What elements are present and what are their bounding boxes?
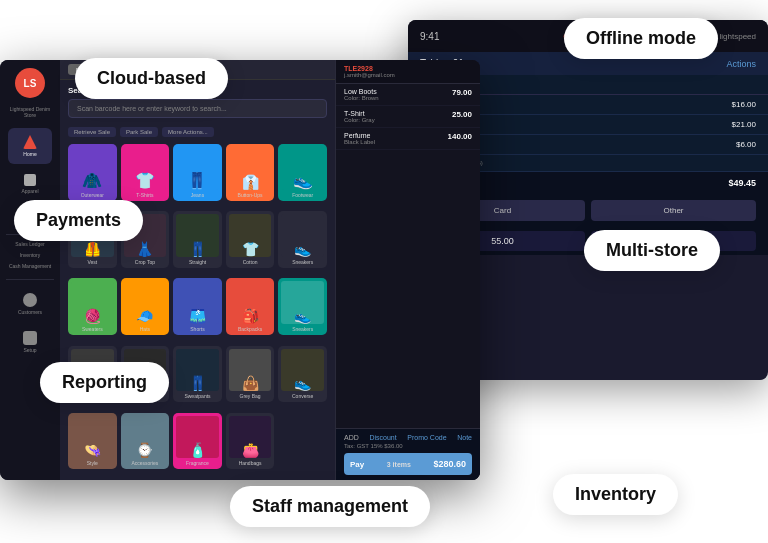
cart-item-tshirt: T-Shirt Color: Gray 25.00 — [336, 106, 480, 128]
product-sneakers-2[interactable]: 👟 Sneakers — [278, 278, 327, 335]
home-label: Home — [23, 151, 36, 157]
actions-link[interactable]: Actions — [726, 59, 756, 69]
item-detail-boots: Color: Brown — [344, 95, 379, 101]
product-name: Outerwear — [81, 192, 104, 198]
product-sweaters[interactable]: 🧶 Sweaters — [68, 278, 117, 335]
grid-icon — [24, 174, 36, 186]
payments-label: Payments — [14, 200, 143, 241]
item-price-perfume: 140.00 — [448, 132, 472, 145]
item-price-tshirt: 25.00 — [452, 110, 472, 123]
product-name: Handbags — [239, 460, 262, 466]
store-name: Lightspeed Denim Store — [0, 106, 60, 118]
time-display: 9:41 — [420, 31, 439, 42]
pay-items-count: 3 items — [387, 461, 411, 468]
item-detail-tshirt: Color: Gray — [344, 117, 375, 123]
product-name: Style — [87, 460, 98, 466]
product-name: Sneakers — [292, 326, 313, 332]
product-name: Button-Ups — [238, 192, 263, 198]
inventory-label: Inventory — [553, 474, 678, 515]
pay-button[interactable]: Pay 3 items $280.60 — [344, 453, 472, 475]
tax-amount: $36.00 — [384, 443, 402, 449]
product-converse[interactable]: 👟 Converse — [278, 346, 327, 403]
sidebar: LS Lightspeed Denim Store Home Apparel S… — [0, 60, 60, 480]
product-content: menu ▼ Mains Search for Products Scan ba… — [60, 60, 335, 480]
cart-item-boots: Low Boots Color: Brown 79.00 — [336, 84, 480, 106]
tax-label: Tax: GST 15% — [344, 443, 383, 449]
sidebar-item-home[interactable]: Home — [8, 128, 52, 164]
promo-code-btn[interactable]: Promo Code — [407, 434, 446, 441]
product-outerwear[interactable]: 🧥 Outerwear — [68, 144, 117, 201]
product-tshirts[interactable]: 👕 T-Shirts — [121, 144, 170, 201]
product-name: Cotton — [243, 259, 258, 265]
product-name: Sweatpants — [184, 393, 210, 399]
product-name: Accessories — [131, 460, 158, 466]
item-name-perfume: Perfume — [344, 132, 375, 139]
setup-label: Setup — [23, 347, 36, 353]
more-actions-btn[interactable]: More Actions... — [162, 127, 214, 137]
cart-header: TLE2928 j.smith@gmail.com — [336, 60, 480, 84]
reporting-label: Reporting — [40, 362, 169, 403]
total-amount: $49.45 — [728, 178, 756, 188]
sidebar-item-apparel[interactable]: Apparel — [8, 166, 52, 202]
product-accessories[interactable]: ⌚ Accessories — [121, 413, 170, 470]
other-button[interactable]: Other — [591, 200, 756, 221]
sidebar-logo: LS — [15, 68, 45, 98]
item-detail-perfume: Black Label — [344, 139, 375, 145]
add-row: ADD Discount Promo Code Note — [344, 434, 472, 441]
cart-customer-email: j.smith@gmail.com — [344, 72, 472, 78]
multi-store-label: Multi-store — [584, 230, 720, 271]
item-name-boots: Low Boots — [344, 88, 379, 95]
product-name: Fragrance — [186, 460, 209, 466]
product-buttonups[interactable]: 👔 Button-Ups — [226, 144, 275, 201]
product-name: Sweaters — [82, 326, 103, 332]
product-backpacks[interactable]: 🎒 Backpacks — [226, 278, 275, 335]
pay-total: $280.60 — [433, 459, 466, 469]
park-sale-btn[interactable]: Park Sale — [120, 127, 158, 137]
product-name: Straight — [189, 259, 206, 265]
item-price-boots: 79.00 — [452, 88, 472, 101]
search-input[interactable]: Scan barcode here or enter keyword to se… — [68, 99, 327, 118]
item-price: $21.00 — [732, 120, 756, 129]
product-handbags[interactable]: 👛 Handbags — [226, 413, 275, 470]
product-straight[interactable]: 👖 Straight — [173, 211, 222, 268]
retrieve-sale-btn[interactable]: Retrieve Sale — [68, 127, 116, 137]
product-name: Converse — [292, 393, 313, 399]
product-name: Vest — [87, 259, 97, 265]
product-jeans[interactable]: 👖 Jeans — [173, 144, 222, 201]
product-shorts[interactable]: 🩳 Shorts — [173, 278, 222, 335]
note-btn[interactable]: Note — [457, 434, 472, 441]
product-greybag[interactable]: 👜 Grey Bag — [226, 346, 275, 403]
product-style[interactable]: 👒 Style — [68, 413, 117, 470]
staff-management-label: Staff management — [230, 486, 430, 527]
product-footwear[interactable]: 👟 Footwear — [278, 144, 327, 201]
apparel-label: Apparel — [21, 188, 38, 194]
sidebar-divider-2 — [6, 279, 54, 280]
customers-label: Customers — [18, 309, 42, 315]
product-name: Crop Top — [135, 259, 155, 265]
cloud-based-label: Cloud-based — [75, 58, 228, 99]
product-name: Grey Bag — [240, 393, 261, 399]
product-cotton[interactable]: 👕 Cotton — [226, 211, 275, 268]
product-name: Backpacks — [238, 326, 262, 332]
discount-btn[interactable]: Discount — [369, 434, 396, 441]
item-name-tshirt: T-Shirt — [344, 110, 375, 117]
sales-ledger-nav[interactable]: Sales Ledger — [15, 241, 44, 247]
pay-label: Pay — [350, 460, 364, 469]
product-name: Footwear — [292, 192, 313, 198]
product-sweatpants[interactable]: 👖 Sweatpants — [173, 346, 222, 403]
product-name: Shorts — [190, 326, 204, 332]
main-pos-screen: LS Lightspeed Denim Store Home Apparel S… — [0, 60, 480, 480]
cart-item-perfume: Perfume Black Label 140.00 — [336, 128, 480, 150]
cash-management-nav[interactable]: Cash Management — [9, 263, 51, 269]
inventory-nav[interactable]: Inventory — [20, 252, 41, 258]
product-name: Sneakers — [292, 259, 313, 265]
product-hats[interactable]: 🧢 Hats — [121, 278, 170, 335]
sidebar-item-customers[interactable]: Customers — [8, 286, 52, 322]
sidebar-item-setup[interactable]: Setup — [8, 324, 52, 360]
home-icon — [23, 135, 37, 149]
cart-customer-id: TLE2928 — [344, 65, 472, 72]
product-fragrance[interactable]: 🧴 Fragrance — [173, 413, 222, 470]
product-sneakers[interactable]: 👟 Sneakers — [278, 211, 327, 268]
customers-icon — [23, 293, 37, 307]
actions-bar: Retrieve Sale Park Sale More Actions... — [60, 124, 335, 140]
